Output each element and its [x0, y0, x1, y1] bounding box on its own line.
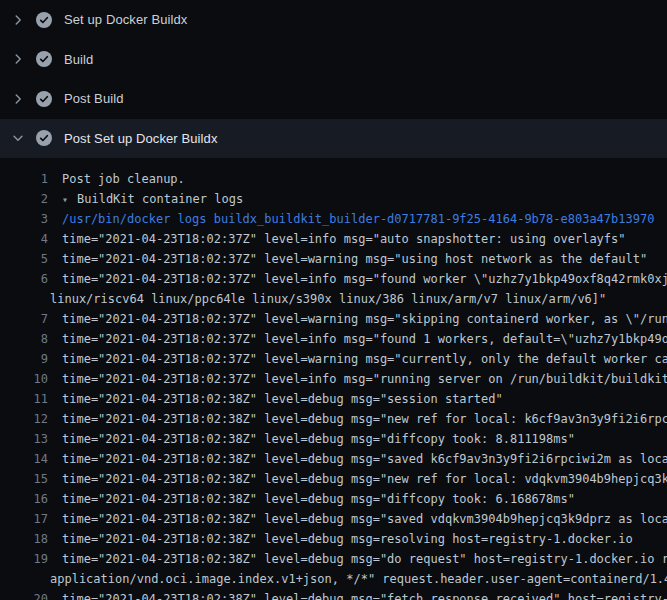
log-line: 17time="2021-04-23T18:02:38Z" level=debu…	[0, 509, 667, 529]
line-number[interactable]: 16	[0, 489, 48, 509]
log-line: 15time="2021-04-23T18:02:38Z" level=debu…	[0, 469, 667, 489]
log-text: time="2021-04-23T18:02:38Z" level=debug …	[48, 389, 503, 409]
log-text: time="2021-04-23T18:02:38Z" level=debug …	[48, 529, 633, 549]
log-line: 19time="2021-04-23T18:02:38Z" level=debu…	[0, 549, 667, 569]
triangle-down-icon[interactable]: ▾	[62, 190, 77, 209]
log-line: 1Post job cleanup.	[0, 169, 667, 189]
line-number[interactable]: 14	[0, 449, 48, 469]
check-circle-icon	[36, 130, 52, 146]
chevron-right-icon[interactable]	[10, 12, 26, 28]
log-area: 1Post job cleanup.2▾BuildKit container l…	[0, 158, 667, 600]
log-line: 11time="2021-04-23T18:02:38Z" level=debu…	[0, 389, 667, 409]
log-text: time="2021-04-23T18:02:37Z" level=warnin…	[48, 349, 667, 369]
log-line-continuation: application/vnd.oci.image.index.v1+json,…	[0, 569, 667, 589]
check-circle-icon	[36, 12, 52, 28]
line-number[interactable]: 6	[0, 269, 48, 289]
log-text: time="2021-04-23T18:02:38Z" level=debug …	[48, 589, 667, 600]
log-line: 20time="2021-04-23T18:02:38Z" level=debu…	[0, 589, 667, 600]
line-number-gutter	[0, 569, 48, 589]
log-text: Post job cleanup.	[48, 169, 185, 189]
log-text: time="2021-04-23T18:02:37Z" level=info m…	[48, 269, 667, 289]
log-line: 8time="2021-04-23T18:02:37Z" level=info …	[0, 329, 667, 349]
log-text: time="2021-04-23T18:02:37Z" level=info m…	[48, 329, 667, 349]
line-number[interactable]: 17	[0, 509, 48, 529]
line-number[interactable]: 7	[0, 309, 48, 329]
line-number[interactable]: 19	[0, 549, 48, 569]
log-text: time="2021-04-23T18:02:38Z" level=debug …	[48, 549, 667, 569]
step-row-post-set-up-docker-buildx[interactable]: Post Set up Docker Buildx	[0, 119, 667, 159]
log-line: 7time="2021-04-23T18:02:37Z" level=warni…	[0, 309, 667, 329]
line-number[interactable]: 2	[0, 189, 48, 209]
log-line: 16time="2021-04-23T18:02:38Z" level=debu…	[0, 489, 667, 509]
log-text: time="2021-04-23T18:02:37Z" level=info m…	[48, 369, 667, 389]
log-line: 14time="2021-04-23T18:02:38Z" level=debu…	[0, 449, 667, 469]
log-line: 5time="2021-04-23T18:02:37Z" level=warni…	[0, 249, 667, 269]
chevron-right-icon[interactable]	[10, 91, 26, 107]
log-line: 13time="2021-04-23T18:02:38Z" level=debu…	[0, 429, 667, 449]
line-number[interactable]: 4	[0, 229, 48, 249]
log-text-wrapped: application/vnd.oci.image.index.v1+json,…	[48, 569, 667, 589]
line-number[interactable]: 10	[0, 369, 48, 389]
actions-log-viewer: Set up Docker BuildxBuildPost BuildPost …	[0, 0, 667, 600]
line-number[interactable]: 3	[0, 209, 48, 229]
log-text: time="2021-04-23T18:02:38Z" level=debug …	[48, 469, 667, 489]
line-number[interactable]: 15	[0, 469, 48, 489]
line-number[interactable]: 11	[0, 389, 48, 409]
log-text: time="2021-04-23T18:02:38Z" level=debug …	[48, 409, 667, 429]
log-text: ▾BuildKit container logs	[48, 189, 243, 209]
log-line: 6time="2021-04-23T18:02:37Z" level=info …	[0, 269, 667, 289]
log-line: 3/usr/bin/docker logs buildx_buildkit_bu…	[0, 209, 667, 229]
line-number[interactable]: 9	[0, 349, 48, 369]
log-line: 4time="2021-04-23T18:02:37Z" level=info …	[0, 229, 667, 249]
line-number[interactable]: 1	[0, 169, 48, 189]
step-label: Build	[64, 52, 93, 67]
log-text: time="2021-04-23T18:02:37Z" level=info m…	[48, 229, 626, 249]
log-text: time="2021-04-23T18:02:38Z" level=debug …	[48, 509, 667, 529]
step-label: Post Build	[64, 91, 124, 106]
step-label: Set up Docker Buildx	[64, 12, 187, 27]
line-number[interactable]: 20	[0, 589, 48, 600]
line-number[interactable]: 18	[0, 529, 48, 549]
log-text: time="2021-04-23T18:02:38Z" level=debug …	[48, 429, 575, 449]
steps-list: Set up Docker BuildxBuildPost BuildPost …	[0, 0, 667, 158]
log-line: 2▾BuildKit container logs	[0, 189, 667, 209]
command-text: /usr/bin/docker logs buildx_buildkit_bui…	[48, 209, 654, 229]
chevron-right-icon[interactable]	[10, 51, 26, 67]
log-text-wrapped: linux/riscv64 linux/ppc64le linux/s390x …	[48, 289, 606, 309]
log-line-continuation: linux/riscv64 linux/ppc64le linux/s390x …	[0, 289, 667, 309]
log-line: 10time="2021-04-23T18:02:37Z" level=info…	[0, 369, 667, 389]
log-line: 12time="2021-04-23T18:02:38Z" level=debu…	[0, 409, 667, 429]
line-number[interactable]: 5	[0, 249, 48, 269]
log-text: time="2021-04-23T18:02:38Z" level=debug …	[48, 449, 667, 469]
log-line: 9time="2021-04-23T18:02:37Z" level=warni…	[0, 349, 667, 369]
log-text: time="2021-04-23T18:02:38Z" level=debug …	[48, 489, 575, 509]
chevron-down-icon[interactable]	[10, 130, 26, 146]
line-number[interactable]: 12	[0, 409, 48, 429]
step-row-build[interactable]: Build	[0, 40, 667, 80]
check-circle-icon	[36, 91, 52, 107]
log-text: time="2021-04-23T18:02:37Z" level=warnin…	[48, 249, 647, 269]
line-number-gutter	[0, 289, 48, 309]
line-number[interactable]: 8	[0, 329, 48, 349]
log-text: time="2021-04-23T18:02:37Z" level=warnin…	[48, 309, 667, 329]
log-line: 18time="2021-04-23T18:02:38Z" level=debu…	[0, 529, 667, 549]
line-number[interactable]: 13	[0, 429, 48, 449]
check-circle-icon	[36, 51, 52, 67]
step-label: Post Set up Docker Buildx	[64, 131, 218, 146]
group-title: BuildKit container logs	[77, 192, 243, 206]
step-row-set-up-docker-buildx[interactable]: Set up Docker Buildx	[0, 0, 667, 40]
step-row-post-build[interactable]: Post Build	[0, 79, 667, 119]
